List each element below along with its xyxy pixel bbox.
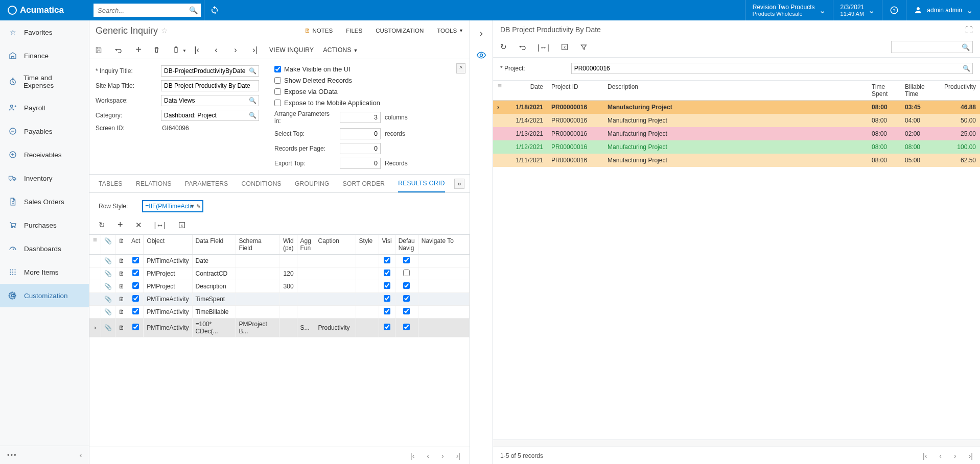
width-col-header[interactable]: Wid (px) [279, 235, 297, 255]
expose-odata-checkbox[interactable]: Expose via OData [274, 88, 458, 95]
inquiry-title-input[interactable] [161, 65, 259, 77]
actions-menu[interactable]: ACTIONS ▼ [323, 46, 358, 54]
tenant-selector[interactable]: Revision Two Products Products Wholesale… [745, 0, 833, 20]
checkbox[interactable] [384, 270, 390, 276]
checkbox[interactable] [132, 324, 139, 330]
visible-col-header[interactable]: Visi [379, 235, 395, 255]
checkbox[interactable] [132, 270, 139, 276]
notes-cell[interactable]: 🗎 [115, 280, 128, 293]
edit-icon[interactable]: ✎ [196, 203, 201, 210]
fit-columns-button[interactable]: |↔| [538, 43, 549, 52]
business-date[interactable]: 2/3/2021 11:49 AM ⌄ [833, 0, 882, 20]
checkbox[interactable] [403, 270, 410, 276]
checkbox[interactable] [384, 295, 390, 302]
checkbox[interactable] [384, 282, 390, 289]
save-button[interactable] [95, 46, 105, 54]
collapse-nav-icon[interactable]: ‹ [80, 451, 82, 459]
default-nav-col-header[interactable]: Defau Navig [395, 235, 418, 255]
view-inquiry-button[interactable]: VIEW INQUIRY [269, 46, 314, 54]
nav-dashboards[interactable]: Dashboards [0, 237, 89, 260]
checkbox[interactable] [403, 324, 410, 330]
pager-next-button[interactable]: › [441, 452, 444, 460]
cancel-button[interactable] [114, 46, 124, 54]
export-top-input[interactable] [340, 158, 381, 169]
table-row[interactable]: 1/13/2021PR00000016Manufacturing Project… [493, 127, 980, 140]
collapse-form-button[interactable]: ^ [456, 63, 465, 74]
expand-icon[interactable]: ⛶ [965, 26, 973, 34]
tab-conditions[interactable]: CONDITIONS [242, 175, 282, 192]
billable-time-col-header[interactable]: Billable Time [901, 81, 934, 101]
clipboard-button[interactable]: ▼ [172, 46, 182, 54]
user-menu[interactable]: admin admin ⌄ [906, 0, 980, 20]
search-icon[interactable]: 🔍 [189, 6, 198, 14]
nav-customization[interactable]: Customization [0, 284, 89, 307]
time-spent-col-header[interactable]: Time Spent [868, 81, 901, 101]
customization-menu[interactable]: CUSTOMIZATION [376, 28, 424, 34]
data-field-col-header[interactable]: Data Field [192, 235, 236, 255]
arrange-params-input[interactable] [340, 112, 381, 123]
nav-favorites[interactable]: ☆Favorites [0, 20, 89, 44]
date-col-header[interactable]: Date [506, 81, 547, 101]
eye-icon[interactable] [476, 50, 486, 60]
checkbox[interactable] [403, 257, 410, 263]
active-col-header[interactable]: Act [128, 235, 144, 255]
table-row[interactable]: ›1/18/2021PR00000016Manufacturing Projec… [493, 101, 980, 114]
checkbox[interactable] [132, 295, 139, 302]
category-input[interactable] [161, 110, 259, 121]
notes-cell[interactable]: 🗎 [115, 306, 128, 319]
search-input[interactable] [94, 4, 201, 17]
files-cell[interactable]: 📎 [101, 280, 115, 293]
horizontal-scrollbar[interactable] [493, 439, 980, 447]
prev-button[interactable]: ‹ [211, 45, 221, 55]
table-row[interactable]: 📎🗎PMProjectContractCD120 [89, 267, 470, 280]
pager-first-button[interactable]: |‹ [923, 452, 927, 460]
filter-button[interactable] [580, 43, 588, 51]
notes-cell[interactable]: 🗎 [115, 267, 128, 280]
files-cell[interactable]: 📎 [101, 267, 115, 280]
records-per-page-input[interactable] [340, 143, 381, 154]
productivity-col-header[interactable]: Productivity [934, 81, 980, 101]
first-button[interactable]: |‹ [192, 45, 202, 55]
lookup-icon[interactable]: 🔍 [963, 65, 970, 72]
tab-tables[interactable]: TABLES [99, 175, 123, 192]
export-excel-button[interactable]: x [178, 221, 186, 229]
files-button[interactable]: FILES [346, 28, 362, 34]
delete-button[interactable] [153, 46, 163, 54]
files-cell[interactable]: 📎 [101, 319, 115, 337]
checkbox[interactable] [403, 282, 410, 289]
last-button[interactable]: ›| [250, 45, 260, 55]
sitemap-title-input[interactable] [161, 80, 259, 91]
table-row[interactable]: 📎🗎PMTimeActivityDate [89, 255, 470, 267]
style-col-header[interactable]: Style [356, 235, 379, 255]
chevron-right-icon[interactable]: › [480, 28, 483, 39]
checkbox[interactable] [132, 308, 139, 314]
table-row[interactable]: 1/14/2021PR00000016Manufacturing Project… [493, 114, 980, 127]
notes-cell[interactable]: 🗎 [115, 319, 128, 337]
object-col-header[interactable]: Object [144, 235, 192, 255]
files-cell[interactable]: 📎 [101, 306, 115, 319]
tab-relations[interactable]: RELATIONS [136, 175, 172, 192]
tab-parameters[interactable]: PARAMETERS [185, 175, 228, 192]
add-row-button[interactable]: + [118, 219, 123, 230]
delete-row-button[interactable]: ✕ [135, 221, 142, 230]
description-col-header[interactable]: Description [603, 81, 868, 101]
lookup-icon[interactable]: 🔍 [249, 112, 256, 119]
agg-col-header[interactable]: Agg Fun [297, 235, 315, 255]
checkbox[interactable] [132, 257, 139, 263]
tab-grouping[interactable]: GROUPING [295, 175, 330, 192]
lookup-icon[interactable]: 🔍 [249, 97, 256, 104]
schema-field-col-header[interactable]: Schema Field [236, 235, 279, 255]
refresh-header-button[interactable] [204, 0, 224, 20]
project-input[interactable] [571, 63, 973, 74]
caret-down-icon[interactable]: ▼ [190, 204, 194, 209]
lookup-icon[interactable]: 🔍 [249, 67, 256, 75]
nav-more-items[interactable]: More Items [0, 260, 89, 284]
make-visible-checkbox[interactable]: Make Visible on the UI [274, 65, 458, 73]
tools-menu[interactable]: TOOLS ▼ [437, 28, 463, 34]
checkbox[interactable] [384, 308, 390, 314]
nav-sales-orders[interactable]: Sales Orders [0, 190, 89, 213]
expose-mobile-checkbox[interactable]: Expose to the Mobile Application [274, 99, 458, 107]
pager-last-button[interactable]: ›| [456, 452, 460, 460]
notes-cell[interactable]: 🗎 [115, 255, 128, 267]
checkbox[interactable] [384, 257, 390, 263]
